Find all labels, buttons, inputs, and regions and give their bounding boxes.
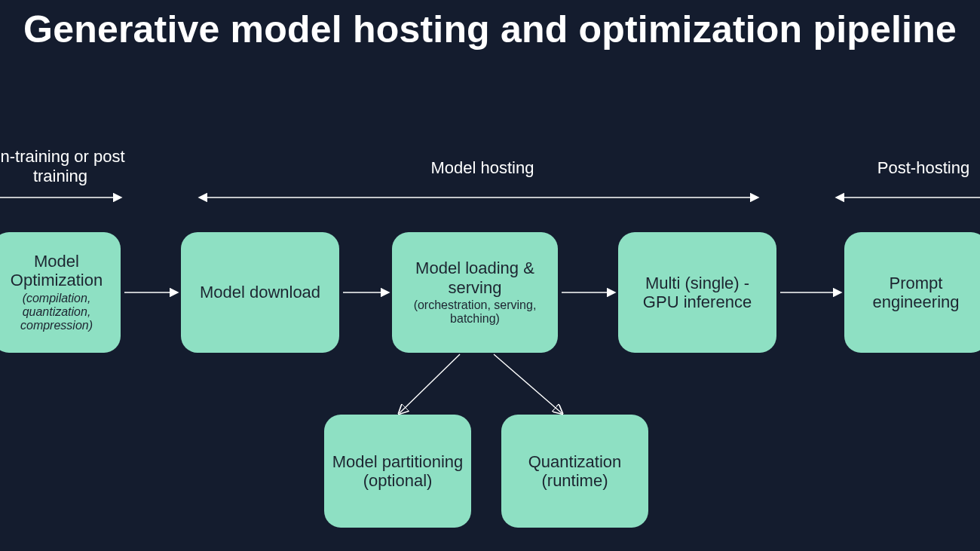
box-model-loading: Model loading & serving (orchestration, …: [392, 232, 558, 353]
box-title: Multi (single) - GPU inference: [626, 274, 769, 312]
box-title: Model download: [200, 283, 320, 302]
box-title: Quantization (runtime): [509, 452, 641, 491]
box-title: Model loading & serving: [400, 259, 550, 297]
box-gpu-inference: Multi (single) - GPU inference: [618, 232, 776, 353]
section-label-hosting: Model hosting: [407, 158, 558, 178]
box-title: Model partitioning (optional): [332, 452, 464, 491]
connector-loading-partition: [400, 354, 460, 413]
box-model-optimization: Model Optimization (compilation, quantiz…: [0, 232, 121, 353]
box-subtitle: (compilation, quantization, compression): [0, 292, 113, 333]
connector-loading-quant: [494, 354, 562, 413]
section-label-posthosting: Post-hosting: [867, 158, 980, 178]
diagram-stage: Generative model hosting and optimizatio…: [0, 0, 980, 551]
page-title: Generative model hosting and optimizatio…: [0, 8, 980, 51]
box-title: Model Optimization: [0, 252, 113, 290]
box-model-partitioning: Model partitioning (optional): [324, 415, 471, 528]
box-subtitle: (orchestration, serving, batching): [400, 298, 550, 326]
box-prompt-engineering: Prompt engineering: [844, 232, 980, 353]
box-title: Prompt engineering: [852, 274, 980, 312]
box-model-download: Model download: [181, 232, 339, 353]
section-label-training: In-training or post training: [0, 147, 128, 186]
box-quantization-runtime: Quantization (runtime): [501, 415, 648, 528]
